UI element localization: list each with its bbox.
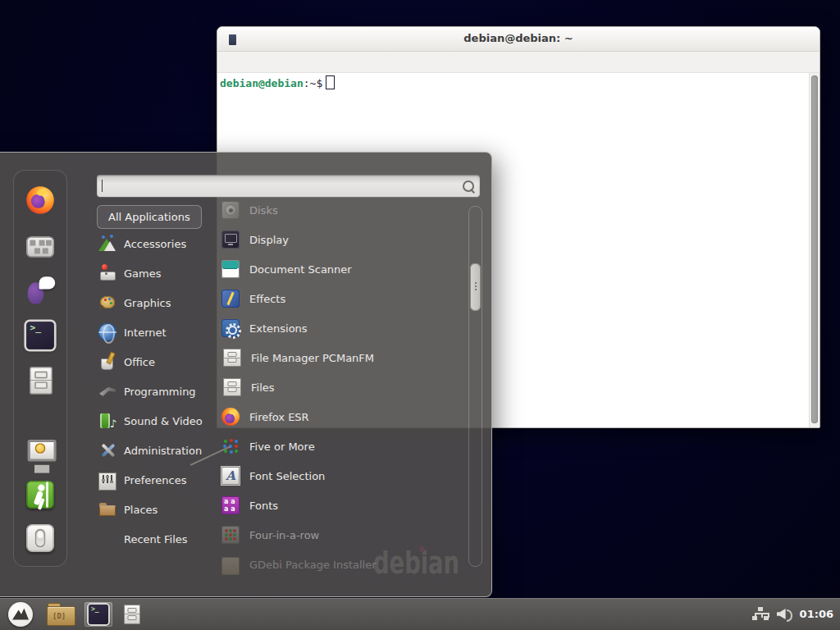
terminal-titlebar[interactable]: debian@debian: ~: [217, 27, 819, 52]
cabinet-icon: [124, 605, 140, 624]
accessories-icon: [98, 235, 116, 253]
favorite-package-manager[interactable]: [21, 231, 60, 260]
shut-down-icon: [26, 524, 54, 552]
terminal-cursor: [326, 75, 335, 89]
category-sound-video[interactable]: Sound & Video: [98, 406, 218, 436]
category-preferences[interactable]: Preferences: [98, 465, 218, 495]
terminal-scrollbar[interactable]: [809, 73, 819, 427]
menu-scrollbar-thumb[interactable]: [470, 263, 481, 311]
app-extensions[interactable]: Extensions: [218, 313, 466, 343]
effects-icon: [221, 290, 240, 308]
terminal-icon: [89, 605, 108, 624]
firefox-icon: [221, 408, 240, 426]
app-effects[interactable]: Effects: [218, 284, 466, 313]
favorite-firefox[interactable]: [21, 185, 60, 215]
display-icon: [221, 231, 240, 249]
prompt-user-host: debian@debian: [220, 77, 304, 89]
gdebi-icon: [221, 557, 240, 575]
launcher-menu[interactable]: [4, 600, 37, 629]
category-office[interactable]: Office: [98, 347, 218, 377]
category-programming[interactable]: Programming: [98, 377, 218, 406]
terminal-scrollbar-thumb[interactable]: [811, 75, 818, 423]
tray-network[interactable]: [752, 607, 769, 622]
graphics-icon: [98, 294, 116, 312]
programming-icon: [98, 382, 116, 400]
pidgin-icon: [26, 276, 54, 304]
category-all-applications[interactable]: All Applications: [97, 205, 202, 229]
favorite-terminal[interactable]: [21, 321, 60, 350]
category-places[interactable]: Places: [98, 495, 218, 524]
app-disks[interactable]: Disks: [218, 195, 466, 225]
package-manager-icon: [26, 236, 54, 257]
window-controls: [738, 30, 813, 48]
cabinet-icon: [30, 367, 52, 395]
sound-video-icon: [98, 412, 116, 430]
category-list: Accessories Games Graphics Internet: [98, 229, 218, 554]
terminal-menubar: [217, 52, 819, 73]
app-font-selection[interactable]: Font Selection: [218, 461, 466, 491]
app-display[interactable]: Display: [218, 225, 466, 254]
terminal-icon: [26, 322, 54, 349]
category-games[interactable]: Games: [98, 258, 218, 288]
favorite-file-manager[interactable]: [21, 366, 60, 395]
window-control-minimize[interactable]: [738, 30, 759, 48]
firefox-icon: [26, 186, 54, 214]
no-icon: [792, 30, 813, 48]
taskbar: [D] 01:06: [0, 598, 840, 630]
volume-icon: [776, 607, 792, 621]
category-graphics[interactable]: Graphics: [98, 288, 218, 317]
session-log-out[interactable]: [21, 480, 60, 509]
search-input[interactable]: [102, 175, 462, 197]
search-icon: [462, 180, 475, 193]
app-four-in-a-row[interactable]: Four-in-a-row: [218, 520, 466, 550]
launcher-file-manager-pcmanfm[interactable]: [D]: [43, 600, 79, 628]
desktop: debian debian@debian: ~ debian@debian:~$: [0, 0, 840, 630]
menu-scrollbar[interactable]: [468, 206, 482, 567]
category-internet[interactable]: Internet: [98, 317, 218, 347]
app-document-scanner[interactable]: Document Scanner: [218, 254, 466, 284]
app-file-manager-pcmanfm[interactable]: File Manager PCManFM: [218, 343, 466, 372]
disks-icon: [221, 201, 240, 219]
application-list: Disks Display Document Scanner Effects: [218, 195, 466, 579]
category-recent-files[interactable]: Recent Files: [98, 524, 218, 554]
app-files[interactable]: Files: [218, 372, 466, 402]
menu-logo-icon: [8, 602, 33, 627]
session-buttons: [21, 436, 60, 553]
app-gdebi-package-installer[interactable]: GDebi Package Installer: [218, 550, 466, 579]
session-lock-screen[interactable]: [21, 436, 60, 466]
app-fonts[interactable]: Fonts: [218, 491, 466, 520]
text-caret: [102, 180, 103, 192]
window-control-maximize[interactable]: [765, 30, 786, 48]
prompt-path: :~$: [304, 77, 322, 89]
fonts-icon: [221, 496, 240, 514]
no-icon: [738, 30, 759, 48]
category-accessories[interactable]: Accessories: [98, 229, 218, 258]
office-icon: [98, 353, 116, 371]
network-icon: [752, 607, 769, 622]
cabinet-icon: [223, 378, 241, 396]
clock[interactable]: 01:06: [800, 608, 833, 620]
internet-icon: [98, 323, 116, 341]
app-firefox-esr[interactable]: Firefox ESR: [218, 402, 466, 431]
tray-volume[interactable]: [776, 607, 792, 621]
cabinet-icon: [223, 349, 241, 367]
app-five-or-more[interactable]: Five or More: [218, 431, 466, 461]
system-tray: 01:06: [752, 607, 840, 622]
session-shut-down[interactable]: [21, 523, 60, 553]
preferences-icon: [98, 472, 116, 491]
launcher-terminal[interactable]: [84, 602, 112, 627]
lock-screen-icon: [26, 437, 54, 465]
font-selection-icon: [221, 467, 240, 485]
launcher-files[interactable]: [118, 602, 144, 627]
extensions-icon: [221, 319, 240, 337]
window-title: debian@debian: ~: [217, 32, 819, 44]
no-icon: [765, 30, 786, 48]
favorite-pidgin-messenger[interactable]: [21, 276, 60, 305]
window-control-close[interactable]: [792, 30, 813, 48]
log-out-icon: [26, 481, 54, 509]
favorite-launchers: [21, 185, 60, 395]
administration-icon: [98, 441, 116, 459]
search-box: [97, 175, 480, 197]
favorites-column: [13, 170, 67, 567]
four-in-a-row-icon: [221, 526, 240, 544]
